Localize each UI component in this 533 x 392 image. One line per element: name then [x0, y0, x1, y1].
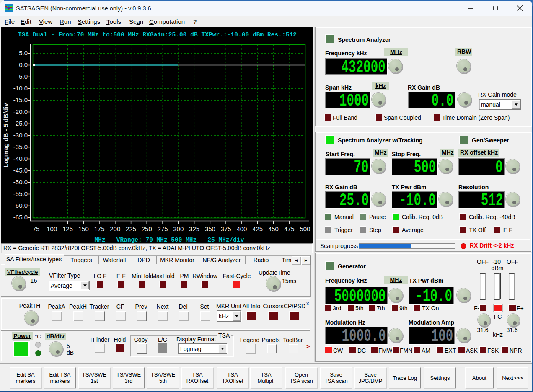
- svg-text:500: 500: [300, 225, 310, 232]
- svg-text:-65.0: -65.0: [13, 214, 28, 221]
- svg-text:400: 400: [236, 225, 247, 232]
- svg-text:-55.0: -55.0: [13, 190, 28, 197]
- svg-text:-30.0: -30.0: [13, 132, 28, 139]
- svg-text:-40.0: -40.0: [13, 155, 28, 162]
- svg-text:-60.0: -60.0: [13, 202, 28, 209]
- svg-text:-15.0: -15.0: [13, 96, 28, 103]
- svg-text:TSA Dual - From:70 MHz to:500: TSA Dual - From:70 MHz to:500 MHz RXGain…: [18, 31, 297, 38]
- svg-text:Logmag dB - 5 dB/div: Logmag dB - 5 dB/div: [2, 103, 9, 168]
- svg-text:325: 325: [189, 225, 199, 232]
- svg-text:-20.0: -20.0: [13, 108, 28, 115]
- svg-text:475: 475: [284, 225, 295, 232]
- svg-text:450: 450: [268, 225, 279, 232]
- svg-text:-35.0: -35.0: [13, 143, 28, 150]
- svg-text:250: 250: [142, 225, 152, 232]
- svg-text:300: 300: [173, 225, 184, 232]
- svg-text:175: 175: [94, 225, 104, 232]
- svg-text:425: 425: [252, 225, 263, 232]
- svg-text:-5.0: -5.0: [17, 73, 28, 80]
- svg-text:125: 125: [62, 225, 73, 232]
- svg-text:275: 275: [158, 225, 168, 232]
- svg-text:375: 375: [221, 225, 231, 232]
- svg-text:5.0: 5.0: [19, 49, 28, 57]
- svg-text:75: 75: [33, 225, 40, 232]
- svg-text:-25.0: -25.0: [13, 120, 28, 127]
- svg-text:225: 225: [126, 225, 136, 232]
- svg-text:100: 100: [47, 225, 57, 232]
- svg-text:-10.0: -10.0: [13, 85, 28, 92]
- svg-text:-45.0: -45.0: [13, 167, 28, 174]
- svg-text:350: 350: [205, 225, 215, 232]
- svg-text:0.0: 0.0: [19, 61, 28, 68]
- svg-text:MHz - VRange: 70 MHz 500 MHz -: MHz - VRange: 70 MHz 500 MHz - 25 MHz/di…: [95, 237, 244, 243]
- svg-text:150: 150: [78, 225, 89, 232]
- svg-text:-50.0: -50.0: [13, 178, 28, 186]
- svg-text:200: 200: [110, 225, 120, 232]
